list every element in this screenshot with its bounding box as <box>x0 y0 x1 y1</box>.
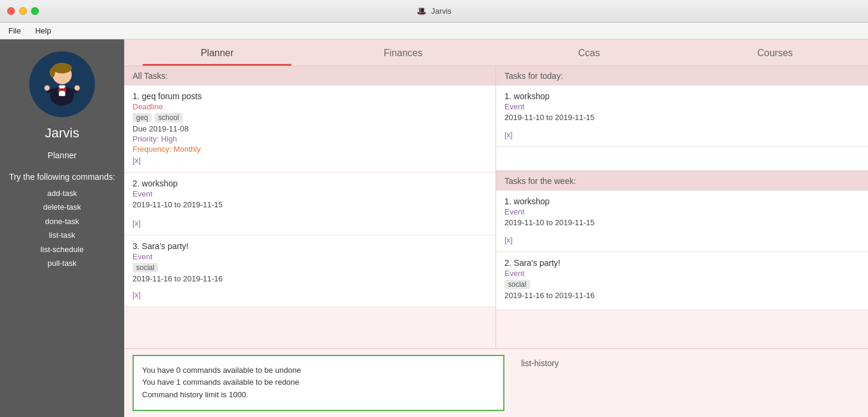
week-header: Tasks for the week: <box>496 171 868 191</box>
svg-point-1 <box>53 63 72 73</box>
week-task-item: 2. Sara's party! Event social 2019-11-16… <box>496 252 868 310</box>
tab-bar: Planner Finances Ccas Courses <box>124 39 868 66</box>
task-delete-btn[interactable]: [x] <box>504 235 860 244</box>
minimize-button[interactable] <box>19 7 27 15</box>
task-title: 2. Sara's party! <box>504 258 860 268</box>
tag: school <box>155 113 183 122</box>
all-tasks-panel: All Tasks: 1. geq forum posts Deadline g… <box>124 66 496 348</box>
bottom-info: You have 0 commands available to be undo… <box>124 348 868 417</box>
info-line1: You have 0 commands available to be undo… <box>142 364 495 377</box>
command-display: list-history <box>513 349 868 417</box>
tag: social <box>133 263 158 272</box>
task-delete-btn[interactable]: [x] <box>133 290 487 299</box>
menu-help[interactable]: Help <box>33 25 54 36</box>
week-section: Tasks for the week: 1. workshop Event 20… <box>496 171 868 310</box>
tag: social <box>504 280 530 289</box>
menu-file[interactable]: File <box>6 25 23 36</box>
close-button[interactable] <box>7 7 15 15</box>
task-type: Deadline <box>133 102 487 111</box>
task-due: Due 2019-11-08 <box>133 124 487 133</box>
task-priority: Priority: High <box>133 134 487 143</box>
tab-ccas[interactable]: Ccas <box>496 39 682 66</box>
sidebar-section[interactable]: Planner <box>48 151 76 160</box>
task-title: 1. workshop <box>504 91 860 101</box>
cmd-add-task[interactable]: add-task <box>41 186 84 200</box>
week-task-item: 1. workshop Event 2019-11-10 to 2019-11-… <box>496 191 868 252</box>
svg-point-10 <box>44 85 50 91</box>
task-title: 1. geq forum posts <box>133 91 487 101</box>
task-title: 1. workshop <box>504 197 860 206</box>
task-item: 1. geq forum posts Deadline geq school D… <box>124 85 495 173</box>
sidebar-commands-header: Try the following commands: <box>9 172 115 182</box>
app-icon: 🎩 <box>417 7 426 16</box>
cmd-done-task[interactable]: done-task <box>41 214 84 228</box>
maximize-button[interactable] <box>31 7 39 15</box>
task-date-range: 2019-11-10 to 2019-11-15 <box>133 200 487 209</box>
task-date-range: 2019-11-10 to 2019-11-15 <box>504 113 860 122</box>
task-type: Event <box>504 207 860 216</box>
all-tasks-header: All Tasks: <box>124 66 495 85</box>
task-delete-btn[interactable]: [x] <box>133 219 487 228</box>
task-title: 3. Sara's party! <box>133 241 487 251</box>
today-header: Tasks for today: <box>496 66 868 85</box>
task-delete-btn[interactable]: [x] <box>133 156 487 165</box>
task-frequency: Frequency: Monthly <box>133 145 487 154</box>
tab-finances[interactable]: Finances <box>310 39 497 66</box>
task-date-range: 2019-11-16 to 2019-11-16 <box>504 291 860 300</box>
main-layout: Jarvis Planner Try the following command… <box>0 39 868 417</box>
task-delete-btn[interactable]: [x] <box>504 130 860 139</box>
info-line3: Command history limit is 1000. <box>142 389 495 401</box>
task-title: 2. workshop <box>133 179 487 188</box>
task-columns: All Tasks: 1. geq forum posts Deadline g… <box>124 66 868 348</box>
task-item: 3. Sara's party! Event social 2019-11-16… <box>124 235 495 307</box>
tag: geq <box>133 113 152 122</box>
task-date-range: 2019-11-10 to 2019-11-15 <box>504 218 860 227</box>
tab-courses[interactable]: Courses <box>682 39 869 66</box>
cmd-pull-task[interactable]: pull-task <box>41 256 84 270</box>
task-tags: geq school <box>133 113 487 122</box>
info-line2: You have 1 commands available to be redo… <box>142 376 495 389</box>
task-tags: social <box>133 263 487 272</box>
scheduled-tasks-panel: Tasks for today: 1. workshop Event 2019-… <box>496 66 868 348</box>
task-type: Event <box>133 189 487 198</box>
cmd-list-schedule[interactable]: list-schedule <box>41 243 84 256</box>
task-type: Event <box>504 102 860 111</box>
sidebar-commands-list: add-task delete-task done-task list-task… <box>41 186 84 270</box>
svg-point-2 <box>50 68 55 77</box>
cmd-list-task[interactable]: list-task <box>41 228 84 242</box>
sidebar: Jarvis Planner Try the following command… <box>0 39 124 417</box>
title-bar: 🎩 Jarvis <box>0 0 868 23</box>
today-section: Tasks for today: 1. workshop Event 2019-… <box>496 66 868 171</box>
tab-planner[interactable]: Planner <box>124 39 310 66</box>
task-type: Event <box>504 269 860 278</box>
svg-point-7 <box>61 88 64 91</box>
avatar <box>29 51 95 117</box>
window-controls[interactable] <box>7 7 39 15</box>
task-date-range: 2019-11-16 to 2019-11-16 <box>133 274 487 283</box>
task-tags: social <box>504 280 860 289</box>
content-area: Planner Finances Ccas Courses All Tasks:… <box>124 39 868 417</box>
menu-bar: File Help <box>0 23 868 39</box>
app-title: 🎩 Jarvis <box>417 7 452 16</box>
task-type: Event <box>133 252 487 261</box>
today-task-item: 1. workshop Event 2019-11-10 to 2019-11-… <box>496 85 868 147</box>
cmd-delete-task[interactable]: delete-task <box>41 200 84 214</box>
history-info-box: You have 0 commands available to be undo… <box>133 355 504 411</box>
task-item: 2. workshop Event 2019-11-10 to 2019-11-… <box>124 173 495 235</box>
svg-point-11 <box>75 85 80 91</box>
sidebar-app-name: Jarvis <box>45 125 79 141</box>
